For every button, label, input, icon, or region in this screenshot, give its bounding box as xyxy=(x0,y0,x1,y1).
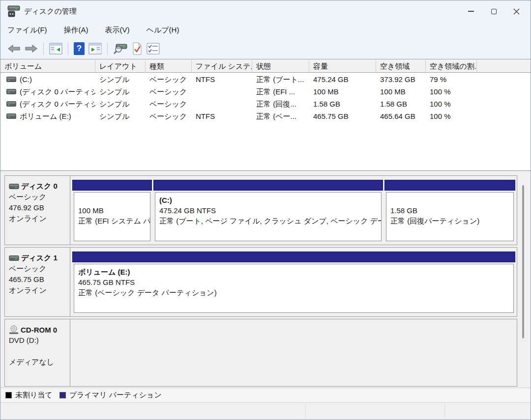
cell-filesystem: NTFS xyxy=(192,73,252,85)
partition-efi[interactable]: 100 MB 正常 (EFI システム パーティション) xyxy=(72,180,152,241)
checklist-icon xyxy=(147,43,160,55)
cell-free: 1.58 GB xyxy=(376,98,426,110)
cdrom-media-status: メディアなし xyxy=(9,357,67,367)
back-button[interactable] xyxy=(7,44,21,54)
rescan-disks-icon xyxy=(113,43,128,55)
menu-bar: ファイル(F) 操作(A) 表示(V) ヘルプ(H) xyxy=(0,22,531,38)
column-header-filesystem[interactable]: ファイル システム xyxy=(192,60,252,73)
disk0-label[interactable]: ディスク 0 ベーシック 476.92 GB オンライン xyxy=(5,176,70,245)
cdrom-name: CD-ROM 0 xyxy=(21,326,57,334)
check-document-button[interactable] xyxy=(132,42,143,55)
disk0-row: ディスク 0 ベーシック 476.92 GB オンライン 100 MB 正常 (… xyxy=(4,175,517,245)
close-button[interactable] xyxy=(505,0,528,22)
cd-icon xyxy=(9,325,19,335)
partition-status: 正常 (EFI システム パーティション) xyxy=(78,216,150,226)
drive-icon xyxy=(6,77,16,82)
legend-unallocated: 未割り当て xyxy=(5,391,53,400)
toolbar-separator xyxy=(68,42,68,55)
disk-size: 476.92 GB xyxy=(9,202,67,213)
disk-status: オンライン xyxy=(9,285,67,296)
checklist-button[interactable] xyxy=(147,43,160,55)
volume-row-efi[interactable]: (ディスク 0 パーティシ... シンプル ベーシック 正常 (EFI ... … xyxy=(0,85,531,98)
cdrom-label[interactable]: CD-ROM 0 DVD (D:) メディアなし xyxy=(5,319,70,386)
show-action-pane-button[interactable] xyxy=(88,43,102,55)
legend-bar: 未割り当て プライマリ パーティション xyxy=(0,388,531,402)
forward-icon xyxy=(25,44,38,54)
partition-e[interactable]: ボリューム (E:) 465.75 GB NTFS 正常 (ベーシック データ … xyxy=(72,252,515,313)
cell-layout: シンプル xyxy=(95,98,146,110)
partition-name xyxy=(78,195,150,205)
help-button[interactable]: ? xyxy=(74,42,85,55)
column-header-capacity[interactable]: 容量 xyxy=(309,60,376,73)
disk-icon xyxy=(9,184,19,189)
rescan-disks-button[interactable] xyxy=(113,43,128,55)
disk-management-app-icon xyxy=(7,5,20,17)
menu-help[interactable]: ヘルプ(H) xyxy=(147,26,179,35)
partition-color-band xyxy=(153,180,383,191)
title-bar: ディスクの管理 xyxy=(0,0,531,22)
status-bar xyxy=(0,402,531,420)
vertical-scrollbar[interactable] xyxy=(520,175,527,387)
column-header-free-space[interactable]: 空き領域 xyxy=(376,60,426,73)
maximize-icon xyxy=(491,9,497,14)
disk1-label[interactable]: ディスク 1 ベーシック 465.75 GB オンライン xyxy=(5,248,70,316)
menu-action[interactable]: 操作(A) xyxy=(64,26,88,35)
minimize-button[interactable] xyxy=(460,0,482,22)
volume-row-e[interactable]: ボリューム (E:) シンプル ベーシック NTFS 正常 (ベー... 465… xyxy=(0,110,531,122)
column-header-layout[interactable]: レイアウト xyxy=(95,60,146,73)
disk-size: 465.75 GB xyxy=(9,274,67,285)
cell-status: 正常 (ベー... xyxy=(252,110,309,122)
legend-label: 未割り当て xyxy=(15,391,53,400)
menu-view[interactable]: 表示(V) xyxy=(105,26,130,35)
scrollbar-thumb[interactable] xyxy=(522,185,524,338)
cell-type: ベーシック xyxy=(146,85,192,98)
cell-percent: 79 % xyxy=(426,73,477,85)
cell-filesystem: NTFS xyxy=(192,110,252,122)
partition-recovery[interactable]: 1.58 GB 正常 (回復パーティション) xyxy=(384,180,515,241)
show-console-tree-button[interactable] xyxy=(49,43,62,55)
window-controls xyxy=(460,0,528,22)
column-header-type[interactable]: 種類 xyxy=(146,60,192,73)
maximize-button[interactable] xyxy=(482,0,505,22)
status-bar-separator xyxy=(305,404,306,419)
cell-layout: シンプル xyxy=(95,85,146,98)
column-header-volume[interactable]: ボリューム xyxy=(0,60,95,73)
toolbar-separator xyxy=(107,42,108,55)
disk-type: ベーシック xyxy=(9,263,67,274)
volume-row-c[interactable]: (C:) シンプル ベーシック NTFS 正常 (ブート... 475.24 G… xyxy=(0,73,531,85)
legend-label: プライマリ パーティション xyxy=(69,391,162,400)
disk-type: ベーシック xyxy=(9,192,67,202)
toolbar: ? xyxy=(0,38,531,59)
menu-file[interactable]: ファイル(F) xyxy=(7,26,47,35)
toolbar-separator xyxy=(43,42,44,55)
partition-name xyxy=(390,195,513,205)
cell-capacity: 100 MB xyxy=(309,85,376,98)
volume-name: (ディスク 0 パーティシ... xyxy=(20,85,95,98)
cell-capacity: 1.58 GB xyxy=(309,98,376,110)
column-header-free-percent[interactable]: 空き領域の割... xyxy=(426,60,477,73)
cell-type: ベーシック xyxy=(146,73,192,85)
cell-status: 正常 (EFI ... xyxy=(252,85,309,98)
cell-percent: 100 % xyxy=(426,85,477,98)
minimize-icon xyxy=(468,11,474,12)
disk-icon xyxy=(9,255,19,261)
cell-status: 正常 (ブート... xyxy=(252,73,309,85)
disk-status: オンライン xyxy=(9,213,67,224)
partition-c[interactable]: (C:) 475.24 GB NTFS 正常 (ブート, ページ ファイル, ク… xyxy=(153,180,383,241)
partition-color-band xyxy=(72,180,152,191)
partition-size: 100 MB xyxy=(78,205,150,216)
cell-free: 373.92 GB xyxy=(376,73,426,85)
primary-partition-swatch xyxy=(59,392,66,398)
cdrom-row: CD-ROM 0 DVD (D:) メディアなし xyxy=(4,319,517,387)
cell-free: 100 MB xyxy=(376,85,426,98)
drive-icon xyxy=(6,89,16,94)
column-header-status[interactable]: 状態 xyxy=(252,60,309,73)
partition-color-band xyxy=(384,180,515,191)
forward-button[interactable] xyxy=(25,44,38,54)
unallocated-swatch xyxy=(5,392,12,398)
column-header-empty[interactable] xyxy=(477,60,531,73)
cell-type: ベーシック xyxy=(146,98,192,110)
back-icon xyxy=(7,44,21,54)
volume-row-recovery[interactable]: (ディスク 0 パーティシ... シンプル ベーシック 正常 (回復... 1.… xyxy=(0,98,531,110)
drive-icon xyxy=(6,113,16,119)
